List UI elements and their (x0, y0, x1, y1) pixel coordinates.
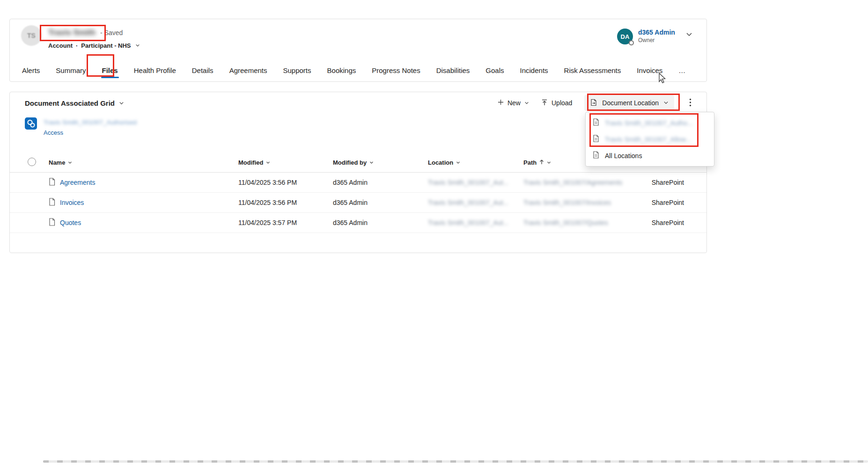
owner-avatar: DA (617, 29, 633, 44)
tab-details[interactable]: Details (191, 60, 214, 81)
menu-item-location-authorised[interactable]: Travis Smith_001007_Autho... (586, 115, 714, 131)
access-link[interactable]: Access (44, 129, 137, 136)
table-row[interactable]: Quotes 11/04/2025 3:57 PM d365 Admin Tra… (10, 213, 706, 233)
location-cell: Travis Smith_001007_Aut... (428, 199, 523, 206)
chevron-down-icon (369, 159, 374, 166)
file-name-link[interactable]: Invoices (60, 199, 84, 206)
document-icon (49, 198, 55, 207)
tab-goals[interactable]: Goals (485, 60, 505, 81)
modified-by-cell: d365 Admin (333, 199, 428, 206)
file-name-link[interactable]: Quotes (60, 219, 81, 226)
column-label: Modified (238, 159, 263, 166)
upload-button[interactable]: Upload (541, 99, 572, 107)
sharepoint-location-icon (25, 117, 37, 131)
owner-role: Owner (638, 37, 675, 44)
table-row[interactable]: Invoices 11/04/2025 3:56 PM d365 Admin T… (10, 193, 706, 213)
modified-cell: 11/04/2025 3:56 PM (238, 199, 333, 206)
select-all-checkbox[interactable] (28, 158, 36, 166)
path-cell: Travis Smith_001007/Quotes (523, 219, 636, 226)
column-label: Location (428, 159, 453, 166)
chevron-down-icon (456, 159, 460, 166)
tab-health-profile[interactable]: Health Profile (133, 60, 177, 81)
column-label: Path (523, 159, 537, 166)
menu-item-label: All Locations (605, 152, 642, 160)
column-header-modified[interactable]: Modified (238, 159, 333, 166)
file-name-link[interactable]: Agreements (60, 179, 95, 186)
tab-risk-assessments[interactable]: Risk Assessments (563, 60, 622, 81)
chevron-down-icon (119, 99, 124, 107)
menu-item-location-allowed[interactable]: Travis Smith_001007_Allow... (586, 131, 714, 147)
path-cell: Travis Smith_001007/Invoices (523, 199, 636, 206)
kebab-vertical-icon (689, 101, 691, 108)
column-header-name[interactable]: Name (49, 159, 238, 166)
tab-invoices[interactable]: Invoices (636, 60, 663, 81)
entity-label: Account (48, 42, 73, 49)
grid-title: Document Associated Grid (25, 99, 115, 107)
column-header-location[interactable]: Location (428, 159, 523, 166)
owner-name[interactable]: d365 Admin (638, 29, 675, 36)
chevron-down-icon[interactable] (135, 42, 140, 49)
arrow-up-to-bar-icon (541, 99, 548, 107)
saved-status: - Saved (100, 29, 123, 36)
plus-icon (498, 99, 504, 107)
record-avatar: TS (21, 25, 42, 46)
record-avatar-initials: TS (27, 32, 36, 39)
column-label: Modified by (333, 159, 367, 166)
column-header-modified-by[interactable]: Modified by (333, 159, 428, 166)
modified-by-cell: d365 Admin (333, 219, 428, 226)
source-cell: SharePoint (636, 179, 684, 186)
tab-agreements[interactable]: Agreements (228, 60, 268, 81)
tab-progress-notes[interactable]: Progress Notes (371, 60, 421, 81)
owner-text: d365 Admin Owner (638, 29, 675, 44)
grid-header: Document Associated Grid New (10, 92, 706, 114)
document-icon (49, 218, 55, 227)
chevron-down-icon (547, 159, 551, 166)
more-commands-button[interactable] (686, 96, 694, 110)
location-link[interactable]: Travis Smith_001007_Authorised (44, 119, 137, 126)
record-header-card: TS Travis Smith - Saved Account · Partic… (9, 19, 707, 82)
document-switch-icon (590, 99, 597, 108)
chevron-down-icon (663, 99, 669, 107)
chevron-down-icon (524, 99, 529, 107)
modified-cell: 11/04/2025 3:56 PM (238, 179, 333, 186)
chevron-down-icon (266, 159, 270, 166)
app-canvas: TS Travis Smith - Saved Account · Partic… (0, 0, 868, 465)
form-selector-label[interactable]: Participant - NHS (81, 42, 131, 49)
tab-incidents[interactable]: Incidents (519, 60, 549, 81)
tab-overflow-ellipsis[interactable]: … (677, 60, 686, 81)
document-location-menu: Travis Smith_001007_Autho... Travis Smit… (585, 112, 714, 167)
modified-cell: 11/04/2025 3:57 PM (238, 219, 333, 226)
subtitle-separator: · (76, 42, 78, 49)
record-name-row: Travis Smith - Saved (48, 28, 123, 37)
tab-bar: Alerts Summary Files Health Profile Deta… (21, 59, 686, 81)
menu-item-label: Travis Smith_001007_Allow... (605, 136, 691, 143)
menu-item-all-locations[interactable]: All Locations (586, 147, 714, 164)
source-cell: SharePoint (636, 199, 684, 206)
grid-toolbar: New Upload Document Location (498, 95, 694, 111)
location-cell: Travis Smith_001007_Aut... (428, 179, 523, 186)
header-collapse-chevron-icon[interactable] (685, 30, 693, 40)
tab-files[interactable]: Files (101, 60, 119, 81)
menu-item-label: Travis Smith_001007_Autho... (605, 119, 693, 127)
document-icon (593, 135, 599, 144)
tab-alerts[interactable]: Alerts (21, 60, 41, 81)
document-location-label: Document Location (602, 99, 659, 107)
record-subtitle: Account · Participant - NHS (48, 42, 140, 49)
table-row[interactable]: Agreements 11/04/2025 3:56 PM d365 Admin… (10, 173, 706, 193)
tab-disabilities[interactable]: Disabilities (435, 60, 471, 81)
tab-supports[interactable]: Supports (282, 60, 312, 81)
tab-bookings[interactable]: Bookings (326, 60, 357, 81)
chevron-down-icon (68, 159, 72, 166)
modified-by-cell: d365 Admin (333, 179, 428, 186)
horizontal-scrollbar[interactable] (43, 460, 868, 463)
record-name: Travis Smith (48, 28, 96, 37)
document-icon (49, 178, 55, 187)
source-cell: SharePoint (636, 219, 684, 226)
select-all-cell (28, 158, 49, 167)
tab-summary[interactable]: Summary (55, 60, 87, 81)
owner-widget[interactable]: DA d365 Admin Owner (617, 29, 675, 44)
document-location-button[interactable]: Document Location (584, 95, 674, 111)
arrow-up-icon (539, 159, 544, 166)
grid-view-selector[interactable]: Document Associated Grid (25, 99, 124, 107)
new-button[interactable]: New (498, 99, 529, 107)
